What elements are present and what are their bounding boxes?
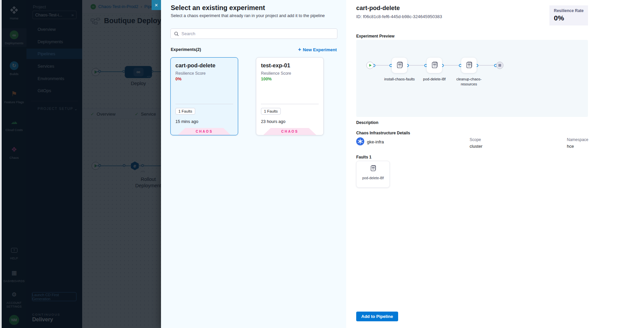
search-icon	[174, 31, 179, 36]
preview-step-pod-delete[interactable]	[427, 58, 442, 73]
chaos-badge: CHAOS	[263, 128, 316, 135]
last-run-time: 23 hours ago	[261, 119, 285, 124]
experiment-card-test-exp-01[interactable]: test-exp-01 Resilience Score 100% 1 Faul…	[256, 57, 324, 135]
fault-card-pod-delete[interactable]: pod-delete-l8f	[356, 161, 390, 188]
new-experiment-button[interactable]: + New Experiment	[298, 47, 337, 53]
app-root: Home ∞ Deployments ↻ Builds ⚑ Feature Fl…	[0, 0, 644, 328]
plus-icon: +	[298, 47, 301, 53]
faults-header: Faults 1	[356, 155, 371, 159]
chaos-step-icon	[465, 61, 473, 70]
experiments-count-header: Experiments(2)	[171, 47, 201, 52]
scope-field: Scope cluster	[470, 137, 482, 149]
stop-icon	[498, 64, 501, 67]
chaos-badge: CHAOS	[178, 128, 231, 135]
window-edge	[0, 0, 2, 328]
namespace-label: Namespace	[567, 137, 588, 142]
add-to-pipeline-button[interactable]: Add to Pipeline	[356, 312, 398, 321]
experiment-preview: install-chaos-faults pod-delete-l8f clea…	[356, 40, 588, 117]
experiment-title: cart-pod-delete	[356, 5, 400, 12]
search-box	[170, 28, 337, 39]
play-icon	[369, 64, 372, 67]
experiment-name: cart-pod-delete	[175, 62, 215, 69]
preview-end-node[interactable]	[496, 62, 503, 69]
preview-step-install-chaos-faults[interactable]	[392, 58, 407, 73]
last-run-time: 15 mins ago	[175, 119, 198, 124]
modal-title: Select an existing experiment	[171, 4, 265, 12]
preview-start-node[interactable]	[366, 62, 374, 69]
namespace-value: hce	[567, 144, 588, 149]
resilience-score-value: 0%	[175, 77, 181, 81]
divider	[261, 104, 319, 104]
chaos-step-icon	[395, 61, 404, 70]
description-label: Description	[356, 120, 378, 125]
resilience-rate-value: 0%	[554, 14, 584, 22]
chaos-step-icon	[430, 61, 438, 70]
preview-step-label: install-chaos-faults	[383, 77, 416, 82]
preview-step-cleanup[interactable]	[461, 58, 477, 73]
resilience-rate-label: Resilience Rate	[554, 8, 584, 13]
select-experiment-modal: ✕ Select an existing experiment Select a…	[161, 0, 644, 328]
scope-label: Scope	[470, 137, 482, 142]
fault-icon	[357, 165, 389, 174]
infra-name: gke-infra	[367, 139, 384, 144]
scope-value: cluster	[470, 144, 482, 149]
experiment-details-panel: cart-pod-delete ID: f06c81c8-fef6-445d-b…	[346, 0, 644, 328]
close-icon[interactable]: ✕	[152, 0, 161, 10]
resilience-score-label: Resilience Score	[175, 71, 206, 76]
preview-step-label: cleanup-chaos-resources	[453, 77, 485, 87]
infra-details-header: Chaos Infrastructure Details	[356, 131, 410, 135]
modal-subtitle: Select a chaos experiment that already r…	[171, 13, 325, 18]
preview-step-label: pod-delete-l8f	[418, 77, 450, 82]
search-input[interactable]	[181, 31, 334, 36]
fault-name: pod-delete-l8f	[357, 176, 389, 180]
new-experiment-label: New Experiment	[303, 47, 337, 52]
faults-chip: 1 Faults	[261, 108, 281, 115]
namespace-field: Namespace hce	[567, 137, 588, 149]
divider	[175, 104, 233, 104]
kubernetes-icon	[356, 137, 364, 147]
experiment-id: ID: f06c81c8-fef6-445d-b98c-324645950383	[356, 14, 442, 19]
faults-chip: 1 Faults	[175, 108, 195, 115]
resilience-score-value: 100%	[261, 77, 272, 81]
experiment-preview-label: Experiment Preview	[356, 34, 394, 39]
resilience-score-label: Resilience Score	[261, 71, 291, 76]
experiment-list-panel: Select an existing experiment Select a c…	[161, 0, 346, 328]
experiment-name: test-exp-01	[261, 62, 290, 69]
resilience-rate-box: Resilience Rate 0%	[549, 5, 588, 25]
experiment-card-cart-pod-delete[interactable]: cart-pod-delete Resilience Score 0% 1 Fa…	[170, 57, 238, 135]
